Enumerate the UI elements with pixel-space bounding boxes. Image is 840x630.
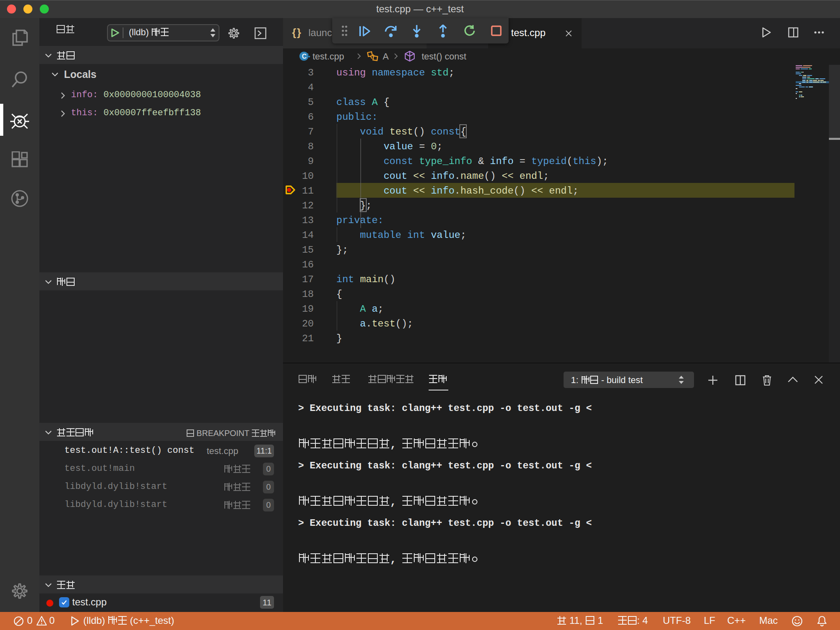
- svg-text:C: C: [302, 53, 307, 60]
